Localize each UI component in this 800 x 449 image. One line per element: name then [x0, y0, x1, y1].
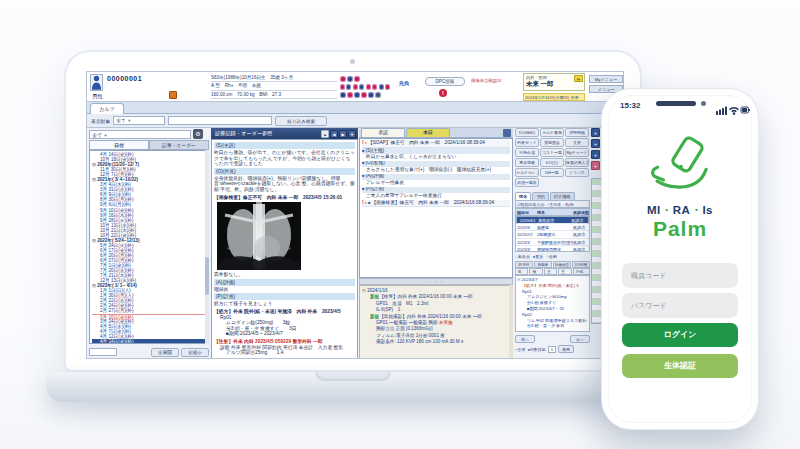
- tab-record-order[interactable]: 記事・オーダー: [149, 140, 209, 150]
- tab-disease[interactable]: 病名: [515, 192, 531, 200]
- orders-scrollbar[interactable]: [509, 285, 513, 359]
- range-days-input[interactable]: 5: [548, 346, 556, 353]
- function-button[interactable]: 検査結果入力: [565, 158, 589, 167]
- tab-reservation[interactable]: 予約: [532, 192, 548, 200]
- do-lower-tab[interactable]: 注射: [544, 268, 557, 275]
- dpc-info-button[interactable]: DPC情報: [425, 77, 465, 86]
- panel-nav-button[interactable]: [503, 129, 511, 137]
- edge-tool-icon[interactable]: +: [591, 139, 600, 148]
- function-button[interactable]: DH一覧: [540, 168, 564, 177]
- chest-xray-image[interactable]: [217, 202, 301, 270]
- patient-flag-icon[interactable]: [169, 91, 177, 99]
- staff-code-input[interactable]: [622, 263, 738, 288]
- new-orders-panel[interactable]: 2024/1/16 新規【検査】内科 外来 2024/1/16 00:00 未来…: [359, 285, 513, 359]
- biometric-auth-button[interactable]: 生体認証: [622, 354, 738, 378]
- disease-row[interactable]: 2023/2/22型糖尿病承認済: [516, 231, 589, 238]
- password-input[interactable]: [622, 293, 738, 318]
- disease-row[interactable]: 2019/3/脳梗塞承認済: [516, 224, 589, 231]
- alert-badge-icon[interactable]: [359, 84, 364, 90]
- main-only-radio[interactable]: ○主病名: [547, 201, 561, 207]
- soap-line[interactable]: ! ● ■ アレルギー性鼻炎: [362, 180, 510, 187]
- function-button[interactable]: クリパス: [565, 168, 589, 177]
- soap-line[interactable]: ! ● ■ 【SOAP】修正可 内科 未来 一郎 2024/1/16 08:39…: [362, 140, 510, 148]
- timeline-footer-input[interactable]: [89, 348, 117, 356]
- function-button[interactable]: 経過一覧表: [515, 178, 539, 187]
- disease-table[interactable]: 開始日 病名 承認状態 2019/4/1高脂血症承認済 2019/3/脳梗塞承認…: [515, 208, 590, 252]
- do-upper-tab[interactable]: 対象検査: [553, 261, 571, 268]
- disease-row[interactable]: 2023/3/肩関節周囲炎承認済: [516, 246, 589, 252]
- tab-referral[interactable]: 紹介情報: [550, 192, 575, 200]
- collapse-all-button[interactable]: 全縮小: [181, 348, 209, 357]
- login-button[interactable]: ログイン: [622, 323, 738, 347]
- do-history-line[interactable]: 【処方】外来 院外(紙・未送) 3: [517, 283, 588, 289]
- scroll-up-button[interactable]: ▲: [321, 130, 329, 138]
- disease-row[interactable]: 2023/3/下腿静脈血栓症(慢性期)承認済: [516, 239, 589, 246]
- alert-badge-icon[interactable]: [379, 84, 384, 90]
- apply-button[interactable]: 適用: [558, 345, 574, 353]
- function-button[interactable]: カルテカレンダー: [515, 168, 539, 177]
- alert-badge-icon[interactable]: [375, 92, 381, 98]
- filter-keyword-input[interactable]: [168, 116, 272, 125]
- warning-icon[interactable]: !: [439, 89, 447, 97]
- alert-badge-icon[interactable]: [347, 92, 353, 98]
- order-line[interactable]: 撮影条件: 120 KVP 180 cm 100 mA 30 M s: [362, 339, 510, 345]
- function-button[interactable]: 文書: [565, 138, 589, 147]
- function-button[interactable]: カルテ展歴: [540, 128, 564, 137]
- tab-date[interactable]: 日付: [89, 140, 149, 150]
- do-upper-tab[interactable]: 熱型表: [534, 261, 552, 268]
- edge-tool-icon[interactable]: +: [591, 161, 600, 170]
- panel-splitter[interactable]: ・・・: [359, 278, 513, 285]
- scope-all-radio[interactable]: ○全般: [546, 253, 557, 261]
- menu-tab[interactable]: Myメニュー: [589, 75, 623, 83]
- function-button[interactable]: 行為作成: [515, 148, 539, 157]
- function-button[interactable]: 患者情報: [515, 158, 539, 167]
- disease-row[interactable]: 2019/4/1高脂血症承認済: [516, 216, 589, 223]
- function-button[interactable]: 説明用紙: [565, 128, 589, 137]
- do-history-tree[interactable]: 2023/4/7【処方】外来 院外(紙・未送) 3Rp01アムロジピン錠10mg…: [515, 275, 590, 332]
- do-upper-tab[interactable]: 時系列: [515, 261, 533, 268]
- record-viewer-body[interactable]: (S)(主訴)昨日から微熱、咳が出て、のどが痛いです。会社近くのクリニックで薬を…: [211, 139, 358, 359]
- tab-today[interactable]: 本日: [406, 128, 450, 137]
- visit-date-item[interactable]: 4月 14日(金)(外): [92, 339, 208, 344]
- soap-line[interactable]: ! ● ■ ご本人の希望でアレルギー検査施行: [362, 193, 510, 200]
- alert-badge-icon[interactable]: [368, 92, 374, 98]
- range-all-radio[interactable]: ○全体: [515, 347, 525, 352]
- prev-button[interactable]: 前へ: [515, 335, 535, 343]
- function-button[interactable]: Myチャート: [565, 148, 589, 157]
- gear-icon[interactable]: ⚙: [193, 129, 203, 139]
- outcome-radio[interactable]: ○転帰: [563, 201, 573, 207]
- alert-badge-icon[interactable]: [340, 76, 346, 82]
- soap-line[interactable]: ! ● ■ さらさらした透明な鼻汁(+) 咽頭発赤(-) 眼球結膜充血(+): [362, 167, 510, 174]
- function-button[interactable]: 約束セット: [515, 138, 539, 147]
- scroll-down-button[interactable]: ▼: [348, 130, 356, 138]
- alert-badge-icon[interactable]: [354, 92, 360, 98]
- alert-badge-icon[interactable]: [372, 84, 377, 90]
- tab-approved[interactable]: 承認: [361, 128, 405, 137]
- alert-badge-icon[interactable]: [353, 84, 358, 90]
- narrow-search-button[interactable]: 絞り込み検索: [275, 116, 327, 126]
- do-lower-tab[interactable]: 生理: [558, 268, 571, 275]
- do-lower-tab[interactable]: 処方: [515, 268, 528, 275]
- function-button[interactable]: 薬歴照会: [540, 138, 564, 147]
- alert-badge-icon[interactable]: [340, 84, 345, 90]
- do-history-line[interactable]: 分3:朝・昼・夕 食前: [517, 323, 588, 329]
- edge-tool-icon[interactable]: +: [591, 128, 600, 137]
- scope-hidden-radio[interactable]: ○未表示: [515, 253, 530, 261]
- do-upper-tab[interactable]: DO情報: [572, 261, 590, 268]
- filter-target-select[interactable]: 全て ▼: [113, 116, 165, 125]
- alert-badge-icon[interactable]: [385, 84, 390, 90]
- tab-karte[interactable]: カルテ: [90, 103, 124, 114]
- visit-date-list[interactable]: 4月 14日(金)(外)10月 18日(金)(外)2020年(11/20~12/…: [89, 150, 209, 344]
- active-only-checkbox[interactable]: ☑有効病名のみ: [517, 201, 545, 207]
- range-days-radio[interactable]: ●日数指定: [527, 347, 545, 352]
- timeline-scrollbar[interactable]: [205, 150, 209, 344]
- alert-badge-icon[interactable]: [347, 76, 353, 82]
- next-button[interactable]: 次へ: [570, 335, 590, 343]
- page-right-button[interactable]: ▶: [339, 130, 347, 138]
- soap-line[interactable]: ! ● ■ 昨日から鼻水と咳、くしゃみが止まらない: [362, 154, 510, 161]
- soap-line[interactable]: ! ● ■ 【画像検査】修正可 内科 未来 一郎 2024/1/16 08:39…: [362, 200, 510, 208]
- expand-all-button[interactable]: 全展開: [151, 348, 179, 357]
- do-lower-tab[interactable]: 検査: [529, 268, 542, 275]
- alert-badge-icon[interactable]: [361, 92, 367, 98]
- alert-badge-icon[interactable]: [346, 84, 351, 90]
